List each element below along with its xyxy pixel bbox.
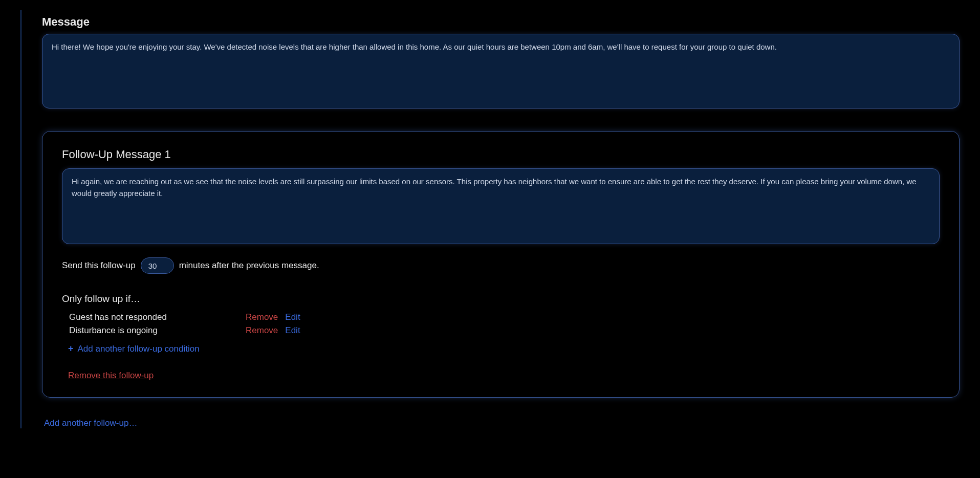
remove-condition-button[interactable]: Remove [246,325,278,336]
timing-prefix: Send this follow-up [62,260,136,271]
followup-label: Follow-Up Message 1 [62,148,940,161]
timing-input[interactable] [141,257,174,274]
condition-text: Disturbance is ongoing [69,325,246,336]
main-content-panel: Message Follow-Up Message 1 Send this fo… [20,10,960,428]
followup-container: Follow-Up Message 1 Send this follow-up … [42,131,960,398]
message-section: Message [42,15,960,111]
timing-suffix: minutes after the previous message. [179,260,319,271]
edit-condition-button[interactable]: Edit [285,325,300,336]
plus-icon: + [68,343,74,354]
add-followup-button[interactable]: Add another follow-up… [44,418,137,428]
timing-row: Send this follow-up minutes after the pr… [62,257,940,274]
followup-textarea[interactable] [62,168,940,244]
add-condition-label: Add another follow-up condition [78,344,200,354]
remove-condition-button[interactable]: Remove [246,312,278,322]
message-label: Message [42,15,960,29]
add-condition-button[interactable]: + Add another follow-up condition [62,343,940,354]
condition-row: Disturbance is ongoing Remove Edit [62,324,940,337]
condition-text: Guest has not responded [69,312,246,322]
message-textarea[interactable] [42,34,960,108]
remove-followup-button[interactable]: Remove this follow-up [62,371,154,381]
condition-row: Guest has not responded Remove Edit [62,311,940,324]
edit-condition-button[interactable]: Edit [285,312,300,322]
conditions-label: Only follow up if… [62,293,940,305]
